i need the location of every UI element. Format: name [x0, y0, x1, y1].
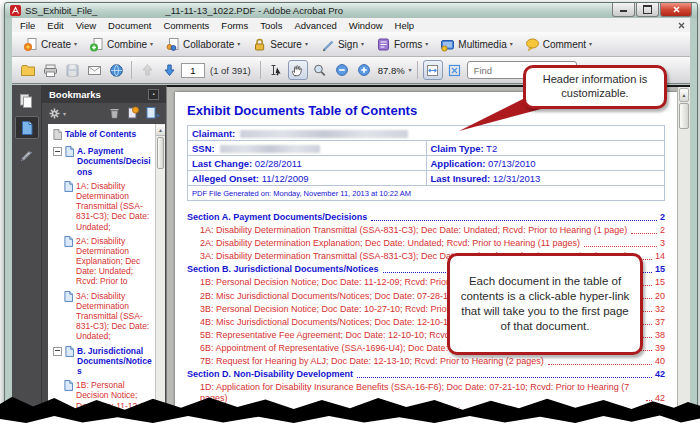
toc-page-number[interactable]: 20: [655, 291, 665, 302]
toc-page-number[interactable]: 15: [655, 277, 665, 288]
fit-page-button[interactable]: [445, 60, 465, 80]
toc-entry-text[interactable]: 1A: Disability Determination Transmittal…: [200, 225, 627, 236]
bookmark-label: B. Jurisdictional Documents/Notices: [77, 346, 152, 377]
toc-row[interactable]: Section A. Payment Documents/Decisions 2: [187, 212, 665, 223]
dot-leader: [646, 400, 652, 401]
bookmark-flag-icon: [126, 106, 140, 119]
vertical-scrollbar[interactable]: ▲: [677, 87, 690, 428]
toc-row[interactable]: 7B: Request for Hearing by ALJ; Doc Date…: [187, 356, 665, 367]
bookmark-item[interactable]: A. Payment Documents/Decisions: [53, 146, 152, 177]
pages-icon: [18, 93, 35, 109]
toc-page-number[interactable]: 40: [655, 356, 665, 367]
pages-panel-tab[interactable]: [15, 89, 39, 112]
close-button[interactable]: [660, 3, 692, 17]
zoom-in-button[interactable]: [354, 60, 374, 80]
secure-icon: [252, 37, 267, 52]
hand-tool-button[interactable]: [288, 60, 308, 80]
next-page-button[interactable]: [159, 60, 179, 80]
menu-item[interactable]: Help: [389, 20, 421, 31]
bookmark-item[interactable]: 1A: Disability Determination Transmittal…: [53, 181, 152, 232]
save-button[interactable]: [62, 60, 82, 80]
toc-row[interactable]: 2A: Disability Determination Explanation…: [187, 238, 665, 249]
toc-page-number[interactable]: 39: [655, 343, 665, 354]
print-button[interactable]: [40, 60, 60, 80]
toc-page-number[interactable]: 2: [660, 212, 665, 223]
scroll-up-icon[interactable]: ▲: [156, 125, 165, 136]
forms-button[interactable]: Forms▾: [370, 35, 434, 54]
marquee-zoom-button[interactable]: [310, 60, 330, 80]
scrollbar-thumb[interactable]: [157, 137, 164, 169]
bookmarks-panel-tab[interactable]: [15, 116, 39, 139]
menubar-close-icon[interactable]: [678, 22, 685, 29]
maximize-button[interactable]: [636, 3, 659, 17]
menu-item[interactable]: View: [70, 20, 102, 31]
toc-page-number[interactable]: 2: [660, 225, 665, 236]
bookmark-label: 1A: Disability Determination Transmittal…: [76, 181, 152, 232]
upload-web-button[interactable]: [106, 60, 126, 80]
toc-entry-text[interactable]: Section D. Non-Disability Development: [187, 369, 353, 380]
select-tool-button[interactable]: [266, 60, 286, 80]
minimize-button[interactable]: [612, 3, 635, 17]
toc-entry-text[interactable]: 7B: Request for Hearing by ALJ; Doc Date…: [200, 356, 544, 367]
collaborate-button[interactable]: Collaborate▾: [159, 35, 246, 54]
menu-item[interactable]: Document: [102, 20, 157, 31]
signatures-panel-tab[interactable]: [15, 143, 39, 166]
new-bookmark-button[interactable]: [145, 105, 160, 123]
fit-width-icon: [425, 63, 440, 78]
scroll-up-icon[interactable]: ▲: [679, 88, 689, 102]
toc-row[interactable]: 1D: Application for Disability Insurance…: [187, 382, 665, 403]
toc-page-number[interactable]: 37: [655, 317, 665, 328]
menu-item[interactable]: Forms: [215, 20, 254, 31]
toc-entry-text[interactable]: Section A. Payment Documents/Decisions: [187, 212, 367, 223]
toolbar-separator: [417, 61, 418, 79]
set-destination-button[interactable]: [126, 105, 140, 123]
toc-page-number[interactable]: 42: [655, 369, 665, 380]
toc-entry-text[interactable]: 2A: Disability Determination Explanation…: [200, 238, 580, 249]
collapse-toggle-icon[interactable]: [53, 147, 62, 156]
toc-page-number[interactable]: 32: [655, 304, 665, 315]
secure-button[interactable]: Secure▾: [246, 35, 314, 54]
titlebar[interactable]: SS_Exhibit_File_ _11-11-13_1022.PDF - Ad…: [5, 3, 697, 18]
zoom-out-button[interactable]: [332, 60, 352, 80]
create-button[interactable]: Create▾: [17, 35, 83, 54]
open-button[interactable]: [18, 60, 38, 80]
bookmark-item[interactable]: Table of Contents: [53, 129, 152, 142]
zoom-level-value[interactable]: 87.8%: [378, 65, 405, 76]
toc-entry-text[interactable]: Section B. Jurisdictional Documents/Noti…: [187, 264, 379, 275]
sign-button[interactable]: Sign▾: [314, 35, 370, 54]
ssn-cell: SSN:: [188, 141, 427, 156]
bookmark-item[interactable]: B. Jurisdictional Documents/Notices: [53, 346, 152, 377]
previous-page-button[interactable]: [137, 60, 157, 80]
page-number-input[interactable]: [181, 63, 205, 78]
delete-bookmark-button[interactable]: [108, 105, 121, 123]
toc-page-number[interactable]: 14: [655, 251, 665, 262]
bookmark-item[interactable]: 2A: Disability Determination Explanation…: [53, 236, 152, 287]
toc-page-number[interactable]: 3: [660, 238, 665, 249]
scrollbar-thumb[interactable]: [679, 103, 689, 129]
menu-item[interactable]: Edit: [41, 20, 69, 31]
toc-row[interactable]: Section D. Non-Disability Development 42: [187, 369, 665, 380]
menu-item[interactable]: Tools: [254, 20, 288, 31]
menu-item[interactable]: Comments: [157, 20, 215, 31]
trash-icon: [108, 106, 121, 119]
toc-row[interactable]: 1A: Disability Determination Transmittal…: [187, 225, 665, 236]
comment-button[interactable]: Comment▾: [519, 35, 598, 54]
fit-width-button[interactable]: [423, 60, 443, 80]
chevron-down-icon[interactable]: ▾: [409, 67, 412, 73]
last-insured-label: Last Insured:: [431, 173, 491, 184]
combine-button[interactable]: Combine▾: [83, 35, 159, 54]
toc-page-number[interactable]: 42: [655, 393, 665, 404]
bookmark-options-button[interactable]: ▾: [48, 107, 66, 120]
bookmarks-scrollbar[interactable]: ▲: [155, 124, 165, 428]
panel-menu-button[interactable]: ▪: [148, 89, 159, 100]
menu-item[interactable]: Advanced: [288, 20, 342, 31]
multimedia-button[interactable]: Multimedia▾: [434, 35, 518, 54]
collapse-toggle-icon[interactable]: [53, 347, 62, 356]
toc-page-number[interactable]: 15: [655, 264, 665, 275]
up-arrow-icon: [140, 63, 155, 77]
email-button[interactable]: [84, 60, 104, 80]
menu-item[interactable]: File: [14, 20, 41, 31]
toc-page-number[interactable]: 38: [655, 330, 665, 341]
bookmark-item[interactable]: 3A: Disability Determination Transmittal…: [53, 291, 152, 342]
menu-item[interactable]: Window: [343, 20, 389, 31]
